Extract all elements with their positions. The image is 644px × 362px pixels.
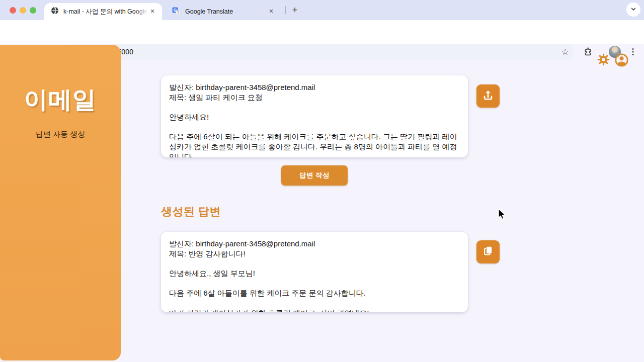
tab-separator (285, 6, 286, 14)
tab-search-chevron-button[interactable] (626, 3, 640, 17)
app-sidebar: 이메일 답변 자동 생성 (0, 45, 121, 360)
settings-button[interactable] (597, 53, 610, 68)
copy-button[interactable] (476, 240, 500, 263)
app-subtitle: 답변 자동 생성 (0, 130, 121, 139)
reply-greeting: 안녕하세요., 생일 부모님! (169, 268, 460, 279)
svg-text:文: 文 (177, 11, 180, 15)
globe-icon (51, 7, 59, 17)
blank-line (169, 298, 460, 308)
address-bar[interactable]: 127.0.0.1:5000 ☆ (63, 44, 574, 60)
blank-line (169, 102, 460, 112)
generated-reply-heading: 생성된 답변 (161, 204, 221, 219)
blank-line (169, 122, 460, 132)
bookmark-star-icon[interactable]: ☆ (561, 47, 569, 57)
email-body: 다음 주에 6살이 되는 아들을 위해 케이크를 주문하고 싶습니다. 그는 딸… (169, 132, 460, 157)
email-greeting: 안녕하세요! (169, 112, 460, 122)
extensions-icon[interactable] (582, 46, 594, 58)
tab-title: k-mail - 사업 문의 with Google (63, 8, 148, 16)
close-icon[interactable]: × (267, 7, 276, 16)
blank-line (169, 258, 460, 268)
reply-body: 다음 주에 6살 아들이를 위한 케이크 주문 문의 감사합니다. (169, 288, 460, 298)
profile-icon (614, 60, 629, 69)
compose-reply-button[interactable]: 답변 작성 (281, 165, 348, 186)
email-from: 발신자: birthday-parent-3458@pretend.mail (169, 82, 460, 93)
reply-from: 발신자: birthday-parent-3458@pretend.mail (169, 239, 460, 249)
copy-icon (481, 244, 495, 259)
blank-line (169, 279, 460, 289)
new-tab-button[interactable]: + (289, 4, 301, 16)
window-zoom-button[interactable] (30, 7, 36, 14)
translate-icon: G文 (172, 7, 181, 17)
upload-button[interactable] (476, 84, 500, 108)
tab-strip: k-mail - 사업 문의 with Google × G文 Google T… (0, 0, 644, 20)
window-close-button[interactable] (10, 7, 16, 14)
browser-toolbar: 127.0.0.1:5000 ☆ (0, 20, 644, 44)
incoming-email-card: 발신자: birthday-parent-3458@pretend.mail 제… (161, 75, 468, 157)
tab-google-translate[interactable]: G文 Google Translate × (166, 3, 281, 20)
gear-icon (597, 59, 610, 68)
tab-title: Google Translate (185, 8, 267, 15)
url-text: 127.0.0.1:5000 (85, 48, 561, 56)
mouse-cursor (498, 208, 507, 223)
generated-reply-card: 발신자: birthday-parent-3458@pretend.mail 제… (161, 232, 468, 312)
chevron-down-icon (630, 5, 636, 14)
browser-window: k-mail - 사업 문의 with Google × G文 Google T… (0, 0, 644, 362)
close-icon[interactable]: × (148, 7, 157, 16)
account-button[interactable] (614, 53, 629, 69)
tab-kmail[interactable]: k-mail - 사업 문의 with Google × (44, 3, 162, 20)
window-minimize-button[interactable] (20, 7, 26, 14)
reply-subject: 제목: 반영 감사합니다! (169, 249, 460, 259)
reply-body-clipped: 딸기 필링과 레이싱카가 위한 초콜릿 케이크, 정말 귀엽네요! (169, 308, 460, 312)
app-title: 이메일 (0, 84, 121, 116)
email-subject: 제목: 생일 파티 케이크 요청 (169, 93, 460, 103)
upload-icon (481, 88, 495, 104)
